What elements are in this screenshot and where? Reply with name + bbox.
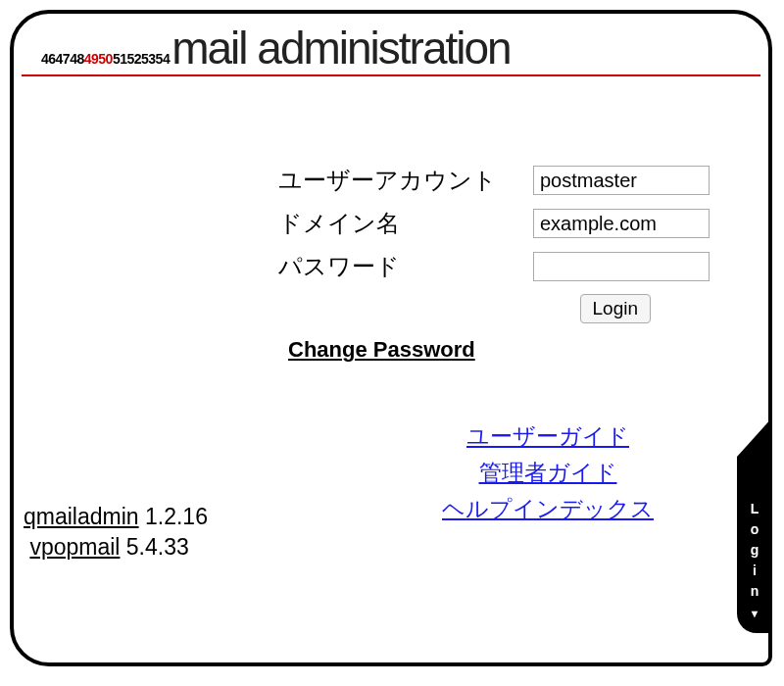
vpopmail-row: vpopmail 5.4.33 [24,534,208,561]
qmailadmin-link[interactable]: qmailadmin [24,504,139,529]
change-password-link[interactable]: Change Password [288,337,710,363]
user-guide-link[interactable]: ユーザーガイド [386,421,710,452]
qmailadmin-version: 1.2.16 [145,504,208,529]
user-input[interactable] [533,166,710,195]
login-button-row: Login [33,294,651,323]
help-links: ユーザーガイド 管理者ガイド ヘルプインデックス [386,421,710,524]
side-tab-label: Login [747,501,762,604]
domain-input[interactable] [533,209,710,238]
logo-red: 4950 [84,51,113,67]
logo-prefix: 464748 [41,51,84,67]
vpopmail-version: 5.4.33 [126,534,189,560]
page-title: mail administration [172,22,510,74]
header: 464748495051525354 mail administration [22,14,760,76]
login-button[interactable]: Login [580,294,652,323]
vpopmail-link[interactable]: vpopmail [29,534,120,560]
admin-guide-link[interactable]: 管理者ガイド [386,458,710,488]
logo-suffix: 51525354 [113,51,170,67]
main-content: ユーザーアカウント ドメイン名 パスワード Login Change Passw… [14,76,768,550]
qmailadmin-row: qmailadmin 1.2.16 [24,504,208,530]
login-form: ユーザーアカウント ドメイン名 パスワード [278,165,710,282]
password-row: パスワード [278,251,710,282]
logo-numbers: 464748495051525354 [41,51,170,67]
domain-row: ドメイン名 [278,208,710,239]
main-frame: 464748495051525354 mail administration ユ… [10,10,772,666]
side-login-tab[interactable]: Login ▼ [737,457,772,633]
footer-versions: qmailadmin 1.2.16 vpopmail 5.4.33 [24,504,208,564]
user-label: ユーザーアカウント [278,165,533,196]
domain-label: ドメイン名 [278,208,533,239]
password-input[interactable] [533,252,710,281]
password-label: パスワード [278,251,533,282]
help-index-link[interactable]: ヘルプインデックス [386,494,710,524]
chevron-down-icon: ▼ [750,608,760,619]
user-row: ユーザーアカウント [278,165,710,196]
